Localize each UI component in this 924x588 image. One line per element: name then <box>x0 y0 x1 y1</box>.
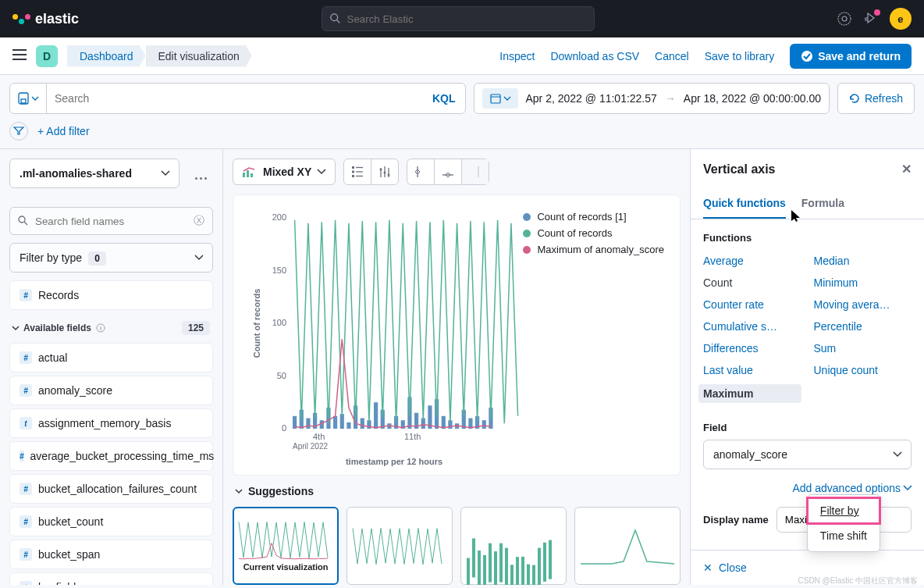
clear-icon[interactable]: ⓧ <box>194 214 204 228</box>
refresh-button[interactable]: Refresh <box>837 83 915 114</box>
logo[interactable]: elastic <box>12 11 79 27</box>
search-icon <box>18 216 29 226</box>
field-search-input[interactable] <box>35 216 187 227</box>
function-median[interactable]: Median <box>814 253 912 269</box>
user-avatar[interactable]: e <box>890 8 912 30</box>
crumb-dashboard[interactable]: Dashboard <box>67 45 146 67</box>
save-library-button[interactable]: Save to library <box>705 50 774 62</box>
cancel-button[interactable]: Cancel <box>655 50 689 62</box>
function-differences[interactable]: Differences <box>703 340 801 356</box>
date-to: Apr 18, 2022 @ 00:00:00.00 <box>684 92 821 105</box>
svg-rect-21 <box>352 171 354 173</box>
svg-rect-8 <box>19 93 28 104</box>
field-item[interactable]: #bucket_count <box>9 507 213 536</box>
download-csv-button[interactable]: Download as CSV <box>550 50 639 62</box>
nav-toggle[interactable] <box>12 49 27 62</box>
suggestion-card[interactable] <box>460 507 567 585</box>
saved-query-button[interactable] <box>10 84 47 113</box>
bottom-axis-button[interactable] <box>435 159 462 184</box>
field-item[interactable]: #anomaly_score <box>9 376 213 405</box>
svg-rect-50 <box>361 419 364 429</box>
field-item[interactable]: #average_bucket_processing_time_ms <box>9 441 213 471</box>
suggestion-card[interactable] <box>346 507 453 585</box>
field-item[interactable]: #actual <box>9 343 213 372</box>
save-return-button[interactable]: Save and return <box>790 44 912 69</box>
check-circle-icon <box>801 50 813 62</box>
chevron-down-icon <box>894 452 901 457</box>
news-icon[interactable] <box>863 11 879 27</box>
svg-rect-9 <box>21 99 26 103</box>
function-lastvalue[interactable]: Last value <box>703 362 801 378</box>
function-uniquecount[interactable]: Unique count <box>814 362 912 378</box>
left-axis-button[interactable] <box>407 159 435 184</box>
function-movingavera[interactable]: Moving avera… <box>814 297 912 312</box>
axis-settings-button[interactable] <box>371 159 398 184</box>
fields-sidebar: .ml-anomalies-shared ⓧ Filter by type0 #… <box>0 149 223 585</box>
number-type-icon: # <box>20 548 32 561</box>
tab-formula[interactable]: Formula <box>801 189 844 219</box>
function-minimum[interactable]: Minimum <box>814 275 912 290</box>
filter-type-selector[interactable]: Filter by type0 <box>9 243 213 273</box>
global-search-input[interactable] <box>347 13 586 25</box>
chart-legend: Count of records [1]Count of recordsMaxi… <box>523 211 664 260</box>
popover-time-shift[interactable]: Time shift <box>808 523 880 548</box>
suggestions-toggle[interactable]: Suggestions <box>233 476 681 507</box>
svg-text:0: 0 <box>282 423 286 433</box>
global-search[interactable] <box>322 6 595 31</box>
field-item[interactable]: tassignment_memory_basis <box>9 408 213 438</box>
svg-rect-79 <box>494 551 497 585</box>
popover-filter-by[interactable]: Filter by <box>808 498 880 523</box>
field-item[interactable]: #bucket_span <box>9 540 213 569</box>
help-icon[interactable] <box>837 11 852 27</box>
field-selector[interactable]: anomaly_score <box>703 440 912 469</box>
data-view-options[interactable] <box>189 171 213 186</box>
data-view-selector[interactable]: .ml-anomalies-shared <box>9 159 179 188</box>
svg-text:timestamp per 12 hours: timestamp per 12 hours <box>346 457 442 466</box>
function-counterrate[interactable]: Counter rate <box>703 297 801 312</box>
close-panel-icon[interactable]: ✕ <box>901 162 912 176</box>
available-fields-header[interactable]: Available fields i 125 <box>9 313 213 343</box>
number-type-icon: # <box>20 351 32 364</box>
svg-rect-68 <box>482 420 486 429</box>
field-search[interactable]: ⓧ <box>9 207 213 235</box>
function-average[interactable]: Average <box>703 253 801 269</box>
function-sum[interactable]: Sum <box>814 340 912 356</box>
function-percentile[interactable]: Percentile <box>814 319 912 334</box>
number-type-icon: # <box>20 483 32 495</box>
query-lang[interactable]: KQL <box>423 92 465 105</box>
filter-menu-button[interactable] <box>9 122 28 141</box>
svg-rect-46 <box>333 416 337 429</box>
svg-line-1 <box>336 20 339 23</box>
calendar-button[interactable] <box>482 88 518 109</box>
tab-quick-functions[interactable]: Quick functions <box>703 189 786 219</box>
records-field[interactable]: # Records <box>9 280 213 310</box>
field-item[interactable]: tby_field_name <box>9 572 213 585</box>
function-cumulatives[interactable]: Cumulative s… <box>703 319 801 334</box>
add-filter-button[interactable]: + Add filter <box>37 125 90 137</box>
date-picker[interactable]: Apr 2, 2022 @ 11:01:22.57 → Apr 18, 2022… <box>474 83 830 114</box>
panel-title: Vertical axis <box>703 162 776 176</box>
app-badge: D <box>36 45 58 67</box>
legend-settings-button[interactable] <box>344 159 371 184</box>
watermark: CSDN @Elastic 中国社区官方博客 <box>798 576 919 585</box>
inspect-button[interactable]: Inspect <box>499 50 535 62</box>
function-count[interactable]: Count <box>703 275 801 290</box>
chevron-down-icon <box>195 255 203 260</box>
legend-item[interactable]: Count of records <box>523 227 664 239</box>
svg-rect-89 <box>549 540 552 579</box>
svg-rect-52 <box>374 402 378 429</box>
svg-rect-62 <box>442 416 446 429</box>
field-item[interactable]: #bucket_allocation_failures_count <box>9 474 213 504</box>
number-type-icon: # <box>20 289 32 301</box>
legend-item[interactable]: Count of records [1] <box>523 211 664 223</box>
field-label: Field <box>703 422 912 433</box>
suggestion-card[interactable]: Current visualization <box>233 507 339 585</box>
svg-text:11th: 11th <box>404 432 421 441</box>
legend-item[interactable]: Maximum of anomaly_score <box>523 244 664 255</box>
chart-type-selector[interactable]: Mixed XY <box>233 159 336 185</box>
advanced-options-link[interactable]: Add advanced options <box>703 482 912 494</box>
function-maximum[interactable]: Maximum <box>698 384 801 403</box>
query-input[interactable] <box>47 84 423 113</box>
svg-rect-86 <box>532 565 535 585</box>
suggestion-card[interactable] <box>574 507 681 585</box>
